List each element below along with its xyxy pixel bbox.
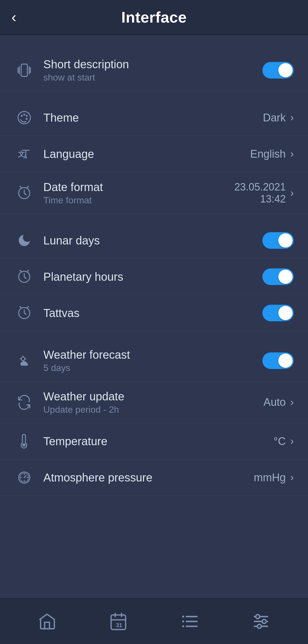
- thermometer-icon: [14, 431, 34, 451]
- calendar-icon: 31: [109, 612, 128, 631]
- atmosphere-pressure-right: mmHg ›: [254, 472, 294, 484]
- section-gap-1: [0, 41, 308, 49]
- theme-value: Dark: [263, 112, 286, 124]
- tattvas-item[interactable]: Tattvas: [0, 295, 308, 331]
- weather-forecast-subtitle: 5 days: [43, 363, 262, 373]
- palette-icon: [14, 108, 34, 128]
- language-right: English ›: [250, 148, 294, 160]
- svg-point-39: [182, 616, 184, 618]
- svg-point-8: [26, 115, 28, 117]
- toggle-thumb: [278, 306, 293, 320]
- nav-settings[interactable]: [240, 609, 282, 634]
- svg-point-45: [256, 615, 260, 619]
- date-format-item[interactable]: Date format Time format 23.05.2021 13:42…: [0, 172, 308, 214]
- lunar-days-right: [262, 232, 294, 249]
- tattvas-right: [262, 305, 294, 321]
- weather-update-chevron: ›: [290, 396, 294, 408]
- lunar-days-title: Lunar days: [43, 234, 262, 247]
- short-description-toggle[interactable]: [262, 62, 294, 79]
- toggle-thumb: [278, 354, 293, 368]
- weather-update-right: Auto ›: [264, 396, 294, 408]
- toggle-thumb: [278, 270, 293, 284]
- svg-point-6: [21, 115, 23, 117]
- clock-icon: [14, 183, 34, 203]
- theme-right: Dark ›: [263, 112, 294, 124]
- theme-item[interactable]: Theme Dark ›: [0, 100, 308, 136]
- atmosphere-pressure-item[interactable]: Atmosphere pressure mmHg ›: [0, 460, 308, 496]
- temperature-title: Temperature: [43, 434, 273, 448]
- weather-forecast-toggle[interactable]: [262, 352, 294, 369]
- date-format-title: Date format: [43, 180, 234, 194]
- atmosphere-pressure-chevron: ›: [290, 472, 294, 483]
- svg-point-22: [23, 444, 26, 447]
- svg-rect-0: [21, 64, 27, 76]
- weather-update-value: Auto: [264, 396, 286, 408]
- temperature-right: °C ›: [273, 435, 294, 448]
- lunar-days-toggle[interactable]: [262, 232, 294, 249]
- toggle-thumb: [278, 63, 293, 77]
- tattvas-toggle[interactable]: [262, 305, 294, 321]
- section-gap-4: [0, 331, 308, 340]
- clock-circle-icon: [14, 267, 34, 287]
- translate-icon: 文 A: [14, 144, 34, 164]
- settings-list: Short description show at start Theme: [0, 35, 308, 598]
- date-format-subtitle: Time format: [43, 195, 234, 206]
- toggle-thumb: [278, 233, 293, 248]
- nav-calendar[interactable]: 31: [97, 609, 139, 634]
- clock-circle2-icon: [14, 303, 34, 323]
- svg-point-41: [182, 625, 184, 627]
- theme-chevron: ›: [290, 112, 294, 124]
- svg-point-17: [21, 357, 25, 361]
- lunar-days-item[interactable]: Lunar days: [0, 222, 308, 259]
- phone-vibrate-icon: [14, 60, 34, 80]
- back-button[interactable]: ‹: [11, 10, 16, 25]
- weather-update-content: Weather update Update period - 2h: [43, 390, 264, 415]
- gauge-icon: [14, 468, 34, 487]
- nav-home[interactable]: [26, 609, 68, 634]
- nav-list[interactable]: [169, 609, 211, 634]
- planetary-hours-content: Planetary hours: [43, 270, 262, 284]
- svg-point-47: [257, 624, 261, 628]
- temperature-item[interactable]: Temperature °C ›: [0, 423, 308, 460]
- language-content: Language: [43, 147, 250, 161]
- weather-forecast-title: Weather forecast: [43, 348, 262, 362]
- bottom-nav: 31: [0, 598, 308, 644]
- weather-update-title: Weather update: [43, 390, 264, 403]
- planetary-hours-right: [262, 268, 294, 285]
- svg-point-46: [262, 619, 266, 623]
- tattvas-content: Tattvas: [43, 306, 262, 320]
- list-icon: [180, 612, 199, 631]
- planetary-hours-item[interactable]: Planetary hours: [0, 259, 308, 295]
- refresh-icon: [14, 392, 34, 412]
- svg-point-30: [24, 477, 25, 478]
- language-item[interactable]: 文 A Language English ›: [0, 136, 308, 172]
- date-format-value-main: 23.05.2021: [234, 181, 286, 193]
- svg-point-9: [26, 118, 28, 120]
- svg-point-40: [182, 621, 184, 623]
- atmosphere-pressure-value: mmHg: [254, 472, 286, 484]
- weather-forecast-right: [262, 352, 294, 369]
- short-description-title: Short description: [43, 57, 262, 71]
- weather-forecast-content: Weather forecast 5 days: [43, 348, 262, 373]
- tattvas-title: Tattvas: [43, 306, 262, 320]
- theme-title: Theme: [43, 111, 263, 125]
- language-chevron: ›: [290, 148, 294, 160]
- short-description-subtitle: show at start: [43, 72, 262, 83]
- language-value: English: [250, 148, 286, 160]
- short-description-item[interactable]: Short description show at start: [0, 49, 308, 91]
- temperature-chevron: ›: [290, 435, 294, 447]
- atmosphere-pressure-content: Atmosphere pressure: [43, 471, 254, 484]
- theme-content: Theme: [43, 111, 263, 125]
- weather-icon: [14, 351, 34, 371]
- svg-point-7: [23, 114, 25, 116]
- weather-forecast-item[interactable]: Weather forecast 5 days: [0, 340, 308, 382]
- planetary-hours-toggle[interactable]: [262, 268, 294, 285]
- date-format-value-block: 23.05.2021 13:42: [234, 181, 286, 205]
- svg-text:31: 31: [116, 622, 122, 628]
- short-description-right: [262, 62, 294, 79]
- section-gap-2: [0, 91, 308, 100]
- atmosphere-pressure-title: Atmosphere pressure: [43, 471, 254, 484]
- home-icon: [37, 612, 57, 631]
- weather-update-item[interactable]: Weather update Update period - 2h Auto ›: [0, 382, 308, 423]
- planetary-hours-title: Planetary hours: [43, 270, 262, 284]
